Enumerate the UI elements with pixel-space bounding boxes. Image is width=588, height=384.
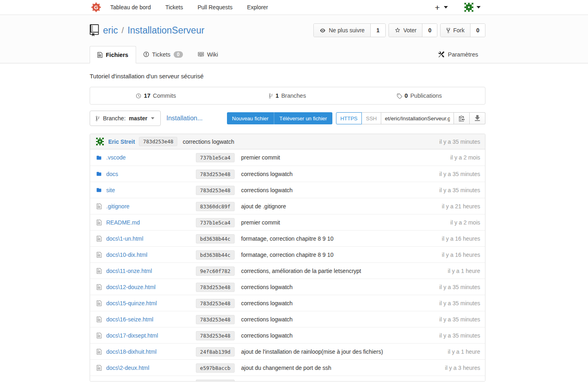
- commit-sha-badge[interactable]: e597b8accb: [196, 363, 234, 373]
- gogs-gear-logo-icon: G: [91, 2, 101, 13]
- file-row: .gitignore 83360dc89f ajout de .gitignor…: [90, 198, 485, 214]
- releases-stat[interactable]: 0 Publications: [353, 87, 485, 104]
- file-row: docs\11-onze.html 9e7c60f782 corrections…: [90, 262, 485, 279]
- repo-name-link[interactable]: InstallationServeur: [128, 25, 205, 36]
- commit-sha-badge[interactable]: 83360dc89f: [196, 202, 234, 211]
- commit-author-link[interactable]: Eric Streit: [108, 138, 135, 145]
- file-name-link[interactable]: docs\3-trois.html: [106, 381, 148, 382]
- commit-message[interactable]: ajout du changement de port de ssh: [239, 381, 407, 382]
- branch-selector[interactable]: Branche: master: [90, 111, 161, 126]
- nav-issues[interactable]: Tickets: [165, 4, 183, 10]
- file-row: docs\2-deux.html e597b8accb ajout du cha…: [90, 359, 485, 376]
- file-row: site 783d253e48 corrections logwatch il …: [90, 182, 485, 198]
- upload-file-button[interactable]: Téléverser un fichier: [274, 112, 332, 124]
- repo-root-link[interactable]: Installation...: [166, 115, 203, 122]
- commit-sha-badge[interactable]: bd3638b44c: [196, 234, 234, 243]
- commit-message[interactable]: ajout de .gitignore: [239, 203, 407, 210]
- commit-message[interactable]: premier commit: [239, 219, 407, 226]
- nav-explore[interactable]: Explorer: [247, 4, 268, 10]
- file-name-link[interactable]: docs\15-quinze.html: [106, 300, 157, 306]
- file-name-link[interactable]: README.md: [106, 219, 140, 226]
- commit-message[interactable]: ajout de l'installation de rainloop(mise…: [239, 348, 407, 355]
- tab-wiki[interactable]: Wiki: [190, 46, 225, 63]
- nav-dashboard[interactable]: Tableau de bord: [110, 4, 151, 10]
- chevron-down-icon[interactable]: [444, 6, 448, 8]
- commit-sha-badge[interactable]: bd3638b44c: [196, 250, 234, 260]
- star-button[interactable]: Voter 0: [388, 23, 438, 37]
- file-name-link[interactable]: site: [106, 187, 115, 193]
- commits-stat[interactable]: 17 Commits: [90, 87, 222, 104]
- file-row: docs\10-dix.html bd3638b44c formatage, c…: [90, 246, 485, 262]
- file-name-link[interactable]: .gitignore: [106, 203, 130, 210]
- star-icon: [395, 27, 401, 34]
- nav-pull-requests[interactable]: Pull Requests: [197, 4, 232, 10]
- commit-message[interactable]: corrections logwatch: [239, 300, 407, 306]
- commit-time: il y a 1 heure: [407, 268, 480, 274]
- commit-sha-badge[interactable]: 783d253e48: [196, 283, 234, 292]
- commit-message[interactable]: ajout du changement de port de ssh: [239, 365, 407, 371]
- repo-book-icon: [90, 24, 99, 36]
- commit-sha-badge[interactable]: 783d253e48: [196, 331, 234, 340]
- commit-sha-badge[interactable]: 783d253e48: [139, 137, 177, 146]
- fork-button[interactable]: Fork 0: [440, 23, 485, 37]
- stars-count[interactable]: 0: [422, 24, 437, 37]
- clipboard-icon: [459, 115, 465, 122]
- unwatch-button[interactable]: Ne plus suivre 1: [313, 23, 386, 37]
- clone-url-input[interactable]: [381, 112, 454, 124]
- file-name-link[interactable]: docs\11-onze.html: [106, 268, 152, 274]
- commit-message[interactable]: formatage, correction chapitre 8 9 10: [239, 252, 407, 258]
- file-row: docs\17-dixsept.html 783d253e48 correcti…: [90, 327, 485, 343]
- file-name-link[interactable]: docs\10-dix.html: [106, 252, 147, 258]
- ssh-toggle[interactable]: SSH: [362, 112, 381, 124]
- download-archive-button[interactable]: [470, 112, 485, 124]
- tab-files-label: Fichiers: [106, 52, 128, 58]
- branches-stat[interactable]: 1 Branches: [222, 87, 353, 104]
- commit-message[interactable]: corrections logwatch: [239, 171, 407, 177]
- commit-message[interactable]: corrections, amélioration de la partie l…: [239, 268, 407, 274]
- commit-sha-badge[interactable]: 9e7c60f782: [196, 266, 234, 276]
- https-toggle[interactable]: HTTPS: [336, 112, 362, 124]
- commit-sha-badge[interactable]: 783d253e48: [196, 299, 234, 308]
- latest-commit-row: Eric Streit 783d253e48 corrections logwa…: [90, 134, 485, 149]
- file-icon: [96, 219, 102, 226]
- file-row: docs\3-trois.html e597b8accb ajout du ch…: [90, 376, 485, 382]
- commit-sha-badge[interactable]: 737b1e5ca4: [196, 218, 234, 227]
- copy-url-button[interactable]: [454, 112, 470, 124]
- commit-message[interactable]: corrections logwatch: [239, 284, 407, 290]
- forks-count[interactable]: 0: [470, 24, 485, 37]
- commit-message[interactable]: corrections logwatch: [183, 138, 435, 145]
- file-name-link[interactable]: docs\17-dixsept.html: [106, 332, 158, 339]
- file-name-link[interactable]: docs\16-seize.html: [106, 316, 153, 323]
- new-file-button[interactable]: Nouveau fichier: [227, 112, 274, 124]
- commit-time: il y a 3 heures: [407, 381, 480, 382]
- watchers-count[interactable]: 1: [370, 24, 385, 37]
- commit-sha-badge[interactable]: 783d253e48: [196, 186, 234, 195]
- repo-description: Tutoriel d'installation d'un serveur séc…: [90, 73, 485, 80]
- create-new-button[interactable]: +: [435, 3, 440, 12]
- commit-sha-badge[interactable]: 737b1e5ca4: [196, 153, 234, 162]
- commit-message[interactable]: premier commit: [239, 154, 407, 161]
- file-name-link[interactable]: docs: [106, 171, 118, 177]
- commit-sha-badge[interactable]: 783d253e48: [196, 315, 234, 324]
- file-name-link[interactable]: docs\18-dixhuit.html: [106, 348, 157, 355]
- commit-sha-badge[interactable]: 24f8ab139d: [196, 347, 234, 357]
- tab-files[interactable]: Fichiers: [90, 46, 136, 63]
- brand-logo[interactable]: G: [91, 2, 101, 13]
- commit-message[interactable]: corrections logwatch: [239, 332, 407, 339]
- commit-time: il y a 2 mois: [407, 219, 480, 226]
- tab-settings[interactable]: Paramètres: [431, 46, 485, 63]
- file-name-link[interactable]: docs\2-deux.html: [106, 365, 149, 371]
- file-name-link[interactable]: docs\1-un.html: [106, 235, 143, 242]
- commit-message[interactable]: corrections logwatch: [239, 187, 407, 193]
- repo-owner-link[interactable]: eric: [103, 25, 118, 36]
- issue-opened-icon: [143, 51, 149, 57]
- file-name-link[interactable]: docs\12-douze.html: [106, 284, 155, 290]
- commit-sha-badge[interactable]: e597b8accb: [196, 380, 234, 382]
- file-name-link[interactable]: .vscode: [106, 154, 126, 161]
- commit-sha-badge[interactable]: 783d253e48: [196, 170, 234, 179]
- tab-issues[interactable]: Tickets 0: [136, 46, 190, 63]
- commit-message[interactable]: corrections logwatch: [239, 316, 407, 323]
- user-menu[interactable]: [464, 2, 481, 12]
- commit-author-avatar[interactable]: [96, 137, 104, 146]
- commit-message[interactable]: formatage, correction chapitre 8 9 10: [239, 235, 407, 242]
